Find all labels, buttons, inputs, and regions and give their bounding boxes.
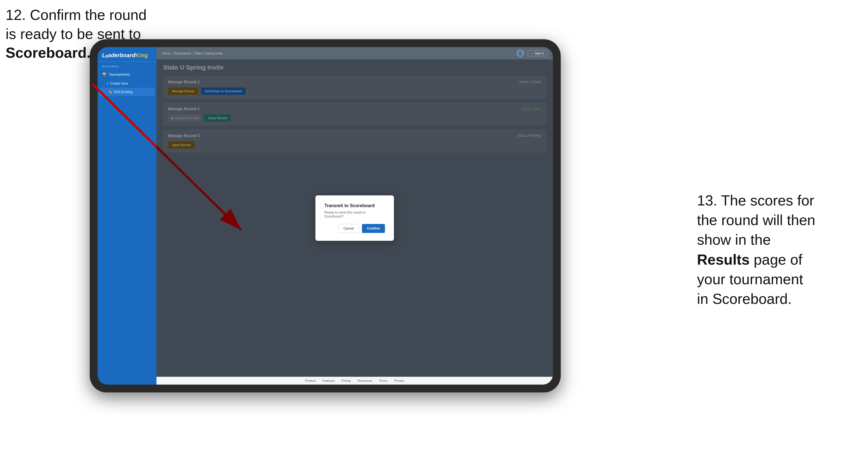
footer-link-privacy[interactable]: Privacy [394,379,404,382]
annotation-line3: Scoreboard. [6,44,91,61]
footer-link-resources[interactable]: Resources [358,379,372,382]
annotation-right-line2: the round will then [697,212,815,228]
annotation-right-line1: 13. The scores for [697,192,814,209]
main-menu-label: MAIN MENU [98,62,156,69]
breadcrumb-home[interactable]: Home [162,52,170,55]
tablet-screen: LęaderboardKing MAIN MENU 🏆 Tournaments … [98,47,553,384]
modal-cancel-button[interactable]: Cancel [338,224,359,233]
annotation-line1: 12. Confirm the round [6,7,147,23]
sidebar: LęaderboardKing MAIN MENU 🏆 Tournaments … [98,47,156,384]
annotation-right-results: Results [697,251,750,268]
app-layout: LęaderboardKing MAIN MENU 🏆 Tournaments … [98,47,553,384]
sidebar-tournaments-label: Tournaments [109,72,130,76]
edit-icon: ✏️ [108,90,113,94]
sidebar-create-label: Create New [110,82,128,86]
avatar-icon-symbol: 👤 [518,51,523,56]
nav-right: 👤 → Sign In [517,49,547,57]
sign-in-button[interactable]: → Sign In [528,50,547,56]
plus-icon: + [106,82,108,86]
footer-link-product[interactable]: Product [305,379,316,382]
annotation-top: 12. Confirm the round is ready to be sen… [6,6,147,63]
sidebar-edit-label: Edit Existing [114,90,133,94]
tablet-footer: Product Features Pricing Resources Terms… [156,377,553,384]
annotation-right-line5: your tournament [697,271,803,287]
annotation-right-line3: show in the [697,231,771,248]
breadcrumb: Home / Tournaments / State U Spring Invi… [162,52,223,55]
sidebar-item-create-new[interactable]: + Create New [98,79,156,88]
annotation-right-line6: in Scoreboard. [697,291,792,307]
annotation-line2: is ready to be sent to [6,26,141,42]
main-content: Home / Tournaments / State U Spring Invi… [156,47,553,384]
modal-subtitle: Ready to send this round to Scoreboard? [324,211,385,218]
breadcrumb-sep1: / [171,52,172,55]
modal-confirm-button[interactable]: Confirm [362,224,385,233]
breadcrumb-sep2: / [192,52,193,55]
trophy-icon: 🏆 [102,72,106,76]
sidebar-item-tournaments[interactable]: 🏆 Tournaments [98,69,156,79]
modal-overlay[interactable]: Transmit to Scoreboard Ready to send thi… [156,59,553,377]
top-nav: Home / Tournaments / State U Spring Invi… [156,47,553,59]
breadcrumb-current: State U Spring Invite [194,52,223,55]
footer-link-terms[interactable]: Terms [379,379,388,382]
annotation-right: 13. The scores for the round will then s… [697,191,860,309]
breadcrumb-tournaments[interactable]: Tournaments [173,52,191,55]
page-content: State U Spring Invite Manage Round 1 Sta… [156,59,553,377]
user-avatar[interactable]: 👤 [517,49,524,57]
modal-buttons: Cancel Confirm [324,224,385,233]
modal-title: Transmit to Scoreboard [324,203,385,208]
tablet-device: LęaderboardKing MAIN MENU 🏆 Tournaments … [90,39,561,393]
transmit-modal: Transmit to Scoreboard Ready to send thi… [315,195,394,241]
annotation-right-page: page of [750,251,802,268]
footer-link-features[interactable]: Features [322,379,335,382]
sidebar-item-edit-existing[interactable]: ✏️ Edit Existing [99,88,155,96]
footer-link-pricing[interactable]: Pricing [341,379,351,382]
